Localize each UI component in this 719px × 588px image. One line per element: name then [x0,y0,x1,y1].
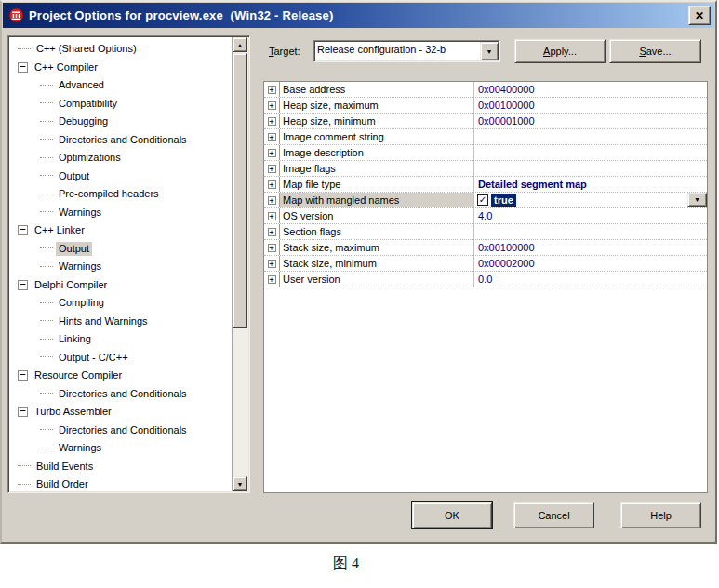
property-value[interactable] [474,224,707,239]
property-value[interactable]: 4.0 [474,208,707,223]
expand-plus-icon[interactable]: + [268,228,276,236]
tree-item-warnings[interactable]: Warnings [12,258,229,276]
property-value[interactable] [474,145,707,160]
tree-item-output-c-c[interactable]: Output - C/C++ [12,349,229,368]
tree-item-delphi-compiler[interactable]: −Delphi Compiler [12,276,229,295]
title-bar[interactable]: Project Options for procview.exe (Win32 … [3,3,714,28]
property-row-os-version[interactable]: +OS version4.0 [264,208,707,224]
save-button[interactable]: Save... [609,39,701,63]
expand-plus-icon[interactable]: + [268,117,276,126]
expand-plus-icon[interactable]: + [268,133,276,141]
tree-scrollbar[interactable]: ▲ ▼ [232,37,248,491]
property-row-map-file-type[interactable]: +Map file typeDetailed segment map [264,177,707,193]
property-row-base-address[interactable]: +Base address0x00400000 [264,82,707,98]
collapse-minus-icon[interactable]: − [18,62,28,73]
apply-button-label: Apply... [543,46,577,57]
expand-plus-icon[interactable]: + [268,86,276,94]
tree-item-build-order[interactable]: Build Order [12,475,229,490]
expand-plus-icon[interactable]: + [268,244,276,252]
property-value[interactable] [474,161,707,176]
property-value[interactable]: 0x00002000 [474,256,707,271]
tree-item-c-shared-options[interactable]: C++ (Shared Options) [12,40,229,59]
expand-plus-icon[interactable]: + [268,212,276,220]
tree-item-compiling[interactable]: Compiling [12,294,229,313]
expand-plus-icon[interactable]: + [268,101,276,110]
scroll-down-button[interactable]: ▼ [233,476,247,491]
tree-item-label: Compiling [56,296,107,310]
tree-item-build-events[interactable]: Build Events [12,458,229,476]
expand-cell: + [264,98,280,113]
tree-connector [40,448,53,449]
tree-item-optimizations[interactable]: Optimizations [12,149,229,167]
tree-item-compatibility[interactable]: Compatibility [12,95,229,114]
tree-item-turbo-assembler[interactable]: −Turbo Assembler [12,403,229,421]
property-value[interactable]: Detailed segment map [474,177,707,192]
tree-item-label: C++ Linker [32,223,87,237]
tree-item-output[interactable]: Output [12,240,229,259]
checkbox[interactable]: ✓ [477,194,488,206]
expand-plus-icon[interactable]: + [268,260,276,268]
property-row-heap-size-maximum[interactable]: +Heap size, maximum0x00100000 [264,98,707,114]
tree-item-output[interactable]: Output [12,167,229,186]
tree-item-label: Advanced [56,78,107,92]
property-row-image-description[interactable]: +Image description [264,145,707,161]
tree-item-pre-compiled-headers[interactable]: Pre-compiled headers [12,185,229,204]
scroll-up-button[interactable]: ▲ [233,37,247,52]
tree-item-c-compiler[interactable]: −C++ Compiler [12,59,229,77]
tree-item-directories-and-conditionals[interactable]: Directories and Conditionals [12,385,229,404]
help-button-label: Help [650,510,672,521]
property-row-heap-size-minimum[interactable]: +Heap size, minimum0x00001000 [264,114,707,129]
tree-item-c-linker[interactable]: −C++ Linker [12,221,229,240]
scrollbar-thumb[interactable] [233,53,247,328]
tree-item-warnings[interactable]: Warnings [12,439,229,458]
value-dropdown-button[interactable]: ▼ [687,193,707,207]
tree-item-label: C++ (Shared Options) [33,42,140,56]
expand-plus-icon[interactable]: + [268,196,276,205]
close-button[interactable]: ✕ [688,6,711,25]
property-value[interactable] [474,129,707,144]
tree-item-resource-compiler[interactable]: −Resource Compiler [12,367,229,385]
property-value[interactable]: 0x00400000 [474,82,707,97]
collapse-minus-icon[interactable]: − [18,370,28,381]
property-value[interactable]: 0x00100000 [474,98,707,113]
property-row-user-version[interactable]: +User version0.0 [264,272,707,287]
tree-item-advanced[interactable]: Advanced [12,76,229,95]
property-row-stack-size-maximum[interactable]: +Stack size, maximum0x00100000 [264,240,707,256]
tree-item-label: Turbo Assembler [32,405,114,419]
options-tree[interactable]: C++ (Shared Options)−C++ CompilerAdvance… [7,35,250,493]
tree-item-hints-and-warnings[interactable]: Hints and Warnings [12,313,229,331]
tree-item-directories-and-conditionals[interactable]: Directories and Conditionals [12,131,229,150]
target-combobox[interactable]: Release configuration - 32-b ▼ [313,40,500,62]
expand-plus-icon[interactable]: + [268,149,276,157]
collapse-minus-icon[interactable]: − [18,280,28,290]
apply-button[interactable]: Apply... [514,39,606,63]
tree-item-label: Build Order [33,477,91,490]
tree-connector [40,194,53,195]
property-value[interactable]: 0.0 [474,272,707,287]
tree-item-label: Linking [56,332,94,346]
property-value[interactable]: ✓true▼ [474,193,707,207]
property-row-map-with-mangled-names[interactable]: +Map with mangled names✓true▼ [264,193,707,208]
tree-item-directories-and-conditionals[interactable]: Directories and Conditionals [12,421,229,440]
property-value[interactable]: 0x00100000 [474,240,707,255]
expand-plus-icon[interactable]: + [268,180,276,189]
expand-plus-icon[interactable]: + [268,275,276,284]
cancel-button[interactable]: Cancel [513,502,594,528]
property-row-image-flags[interactable]: +Image flags [264,161,707,177]
tree-item-linking[interactable]: Linking [12,330,229,349]
help-button[interactable]: Help [620,502,701,528]
target-dropdown-button[interactable]: ▼ [480,42,499,60]
property-row-section-flags[interactable]: +Section flags [264,224,707,240]
tree-connector [18,48,31,50]
tree-item-debugging[interactable]: Debugging [12,113,229,131]
property-grid[interactable]: +Base address0x00400000+Heap size, maxim… [263,81,708,493]
property-row-image-comment-string[interactable]: +Image comment string [264,129,707,145]
tree-item-warnings[interactable]: Warnings [12,204,229,222]
property-value[interactable]: 0x00001000 [474,114,707,128]
expand-plus-icon[interactable]: + [268,165,276,173]
collapse-minus-icon[interactable]: − [18,225,28,235]
ok-button[interactable]: OK [412,502,492,528]
collapse-minus-icon[interactable]: − [18,407,28,417]
property-row-stack-size-minimum[interactable]: +Stack size, minimum0x00002000 [264,256,707,272]
property-name: Stack size, maximum [280,240,474,255]
